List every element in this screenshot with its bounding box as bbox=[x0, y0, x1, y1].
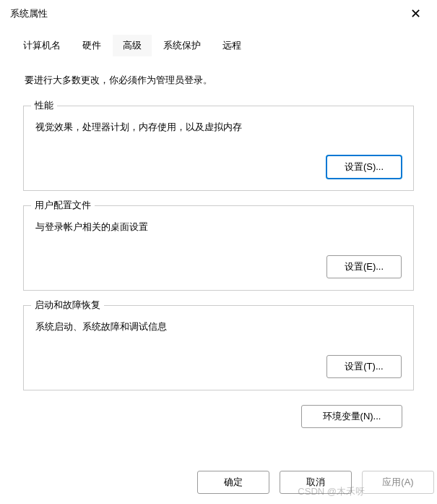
tab-body-advanced: 要进行大多数更改，你必须作为管理员登录。 性能 视觉效果，处理器计划，内存使用，… bbox=[12, 56, 425, 448]
window-title: 系统属性 bbox=[10, 7, 48, 20]
group-legend-performance: 性能 bbox=[31, 99, 57, 112]
startup-settings-button[interactable]: 设置(T)... bbox=[326, 355, 402, 378]
user-profiles-settings-button[interactable]: 设置(E)... bbox=[326, 255, 402, 278]
tab-remote[interactable]: 远程 bbox=[212, 35, 251, 56]
titlebar: 系统属性 ✕ bbox=[0, 0, 437, 27]
group-user-profiles: 用户配置文件 与登录帐户相关的桌面设置 设置(E)... bbox=[23, 205, 414, 291]
startup-desc: 系统启动、系统故障和调试信息 bbox=[35, 320, 402, 333]
environment-variables-button[interactable]: 环境变量(N)... bbox=[301, 405, 402, 428]
group-legend-startup: 启动和故障恢复 bbox=[31, 299, 104, 312]
tab-advanced[interactable]: 高级 bbox=[113, 35, 152, 56]
performance-settings-button[interactable]: 设置(S)... bbox=[326, 155, 402, 179]
group-performance: 性能 视觉效果，处理器计划，内存使用，以及虚拟内存 设置(S)... bbox=[23, 106, 414, 191]
dialog-content: 计算机名 硬件 高级 系统保护 远程 要进行大多数更改，你必须作为管理员登录。 … bbox=[0, 27, 437, 448]
tab-strip: 计算机名 硬件 高级 系统保护 远程 bbox=[12, 35, 425, 56]
dialog-footer: 确定 取消 应用(A) bbox=[197, 464, 434, 501]
tab-system-protection[interactable]: 系统保护 bbox=[153, 35, 211, 56]
user-profiles-button-row: 设置(E)... bbox=[35, 255, 402, 278]
performance-button-row: 设置(S)... bbox=[35, 155, 402, 179]
group-startup-recovery: 启动和故障恢复 系统启动、系统故障和调试信息 设置(T)... bbox=[23, 305, 414, 390]
tab-label: 远程 bbox=[222, 40, 241, 51]
startup-button-row: 设置(T)... bbox=[35, 355, 402, 378]
user-profiles-desc: 与登录帐户相关的桌面设置 bbox=[35, 221, 402, 234]
tab-computer-name[interactable]: 计算机名 bbox=[13, 35, 71, 56]
group-legend-user-profiles: 用户配置文件 bbox=[31, 199, 95, 212]
close-icon[interactable]: ✕ bbox=[404, 7, 427, 21]
cancel-button[interactable]: 取消 bbox=[280, 471, 352, 494]
tab-label: 硬件 bbox=[82, 40, 101, 51]
admin-note: 要进行大多数更改，你必须作为管理员登录。 bbox=[23, 74, 414, 87]
tab-label: 计算机名 bbox=[23, 40, 61, 51]
tab-label: 系统保护 bbox=[163, 40, 201, 51]
performance-desc: 视觉效果，处理器计划，内存使用，以及虚拟内存 bbox=[35, 121, 402, 134]
ok-button[interactable]: 确定 bbox=[197, 471, 269, 494]
tab-hardware[interactable]: 硬件 bbox=[72, 35, 111, 56]
env-variables-row: 环境变量(N)... bbox=[23, 405, 414, 428]
tab-label: 高级 bbox=[123, 40, 142, 51]
apply-button[interactable]: 应用(A) bbox=[362, 471, 434, 494]
